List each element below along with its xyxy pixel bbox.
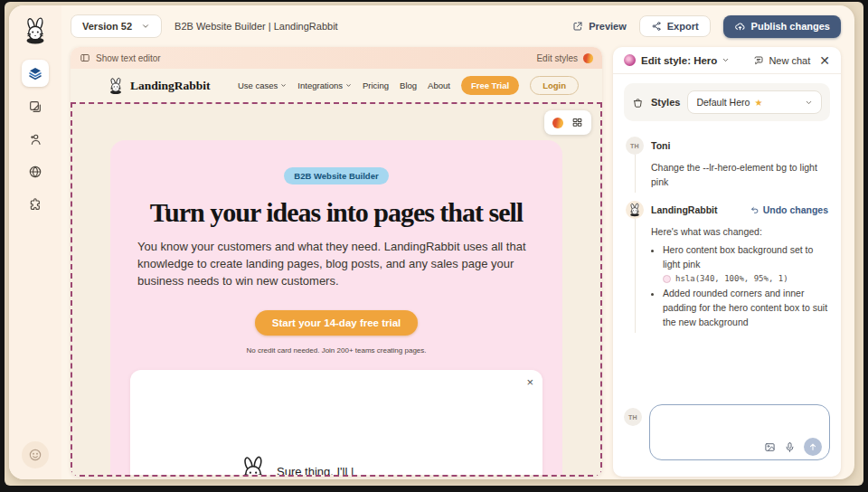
user-avatar: TH: [626, 137, 644, 155]
chevron-down-icon: [345, 82, 352, 89]
globe-icon: [28, 165, 42, 179]
hero-demo-card: × Sure thing, I'll |: [130, 370, 542, 477]
assistant-rabbit-icon: [627, 203, 642, 217]
canvas-toolbar: Show text editor Edit styles: [71, 47, 602, 69]
publish-changes-button[interactable]: Publish changes: [723, 15, 841, 38]
change-item: Added rounded corners and inner padding …: [663, 287, 828, 329]
export-label: Export: [667, 21, 699, 32]
share-icon: [651, 21, 662, 32]
element-style-icon[interactable]: [552, 118, 563, 128]
styles-label: Styles: [651, 97, 680, 108]
feedback-button[interactable]: [22, 441, 49, 468]
demo-typing-row: Sure thing, I'll |: [237, 455, 354, 477]
nav-link-blog[interactable]: Blog: [400, 80, 417, 90]
element-toolbar: [544, 110, 591, 135]
users-icon: [28, 132, 42, 147]
site-logo-rabbit-icon: [107, 77, 125, 95]
hero-badge: B2B Website Builder: [284, 167, 388, 184]
puzzle-icon: [28, 197, 42, 212]
nav-link-pricing[interactable]: Pricing: [363, 80, 389, 90]
topbar: Version 52 B2B Website Builder | Landing…: [71, 5, 841, 47]
version-label: Version 52: [82, 21, 132, 32]
publish-label: Publish changes: [751, 21, 830, 32]
assistant-name: LandingRabbit: [651, 204, 718, 215]
demo-typing-text: Sure thing, I'll |: [277, 465, 354, 478]
login-button[interactable]: Login: [530, 76, 579, 95]
cloud-upload-icon: [734, 21, 746, 33]
undo-changes-button[interactable]: Undo changes: [750, 204, 828, 215]
sidebar-item-integrations[interactable]: [23, 192, 48, 217]
preview-button[interactable]: Preview: [572, 21, 627, 32]
left-sidebar: [9, 5, 61, 479]
style-preset-dropdown[interactable]: Default Hero ★: [687, 90, 822, 114]
style-palette-icon: [624, 54, 636, 66]
undo-icon: [750, 205, 760, 214]
chevron-down-icon: [805, 99, 813, 107]
layers-icon: [28, 66, 42, 80]
color-code-line: hsla(340, 100%, 95%, 1): [663, 273, 828, 286]
hero-cta-button[interactable]: Start your 14-day free trial: [255, 310, 419, 336]
close-panel-icon[interactable]: ✕: [819, 54, 830, 67]
sidebar-item-pages[interactable]: [23, 94, 48, 119]
new-chat-button[interactable]: New chat: [753, 55, 810, 66]
assistant-message-header: LandingRabbit Undo changes: [626, 201, 828, 219]
arrow-up-icon: [808, 442, 817, 451]
smiley-icon: [28, 448, 42, 462]
nav-link-integrations[interactable]: Integrations: [297, 80, 352, 90]
chat-bubble-icon: [753, 55, 764, 66]
microphone-icon[interactable]: [784, 441, 796, 453]
hero-footnote: No credit card needed. Join 200+ teams c…: [246, 346, 426, 355]
split-panel-icon: [80, 52, 90, 63]
edit-styles-button[interactable]: Edit styles: [536, 53, 593, 63]
pages-icon: [28, 99, 42, 114]
change-item: Hero content box background set to light…: [663, 243, 828, 285]
site-brand-name: LandingRabbit: [130, 79, 211, 93]
hero-body-text: You know your customers and what they ne…: [137, 239, 535, 290]
app-logo-rabbit-icon: [21, 16, 50, 45]
assistant-avatar: [626, 201, 644, 219]
site-brand[interactable]: LandingRabbit: [107, 77, 211, 95]
app-window: Version 52 B2B Website Builder | Landing…: [9, 5, 854, 479]
show-text-editor-button[interactable]: Show text editor: [80, 52, 161, 63]
demo-close-icon[interactable]: ×: [526, 376, 533, 388]
document-title: B2B Website Builder | LandingRabbit: [175, 21, 338, 32]
hero-content-box: B2B Website Builder Turn your ideas into…: [110, 140, 562, 477]
preview-label: Preview: [589, 21, 627, 32]
send-button[interactable]: [804, 438, 822, 456]
show-text-editor-label: Show text editor: [96, 53, 161, 63]
export-button[interactable]: Export: [639, 15, 711, 37]
chevron-down-icon: [280, 82, 287, 89]
color-swatch: [663, 275, 671, 283]
main-area: Version 52 B2B Website Builder | Landing…: [61, 5, 854, 479]
chevron-down-icon: [722, 56, 730, 64]
styles-row: Styles Default Hero ★: [624, 83, 830, 121]
changes-list: Hero content box background set to light…: [663, 243, 828, 329]
nav-link-about[interactable]: About: [428, 80, 450, 90]
sidebar-item-users[interactable]: [23, 127, 48, 152]
assistant-message: Here's what was changed: Hero content bo…: [635, 219, 828, 333]
version-dropdown[interactable]: Version 52: [71, 14, 162, 38]
sidebar-item-domains[interactable]: [23, 159, 48, 184]
user-message: Change the --lr-hero-element bg to light…: [635, 155, 828, 193]
external-link-icon: [572, 21, 583, 32]
theme-color-icon: [583, 53, 593, 63]
edit-style-panel: Edit style: Hero New chat ✕: [613, 47, 841, 477]
free-trial-button[interactable]: Free Trial: [461, 76, 519, 95]
layout-grid-icon[interactable]: [571, 117, 583, 128]
chat-composer: TH: [613, 397, 841, 477]
demo-rabbit-icon: [237, 455, 269, 477]
hero-heading: Turn your ideas into pages that sell: [150, 197, 523, 228]
user-message-header: TH Toni: [626, 137, 828, 155]
nav-link-use-cases[interactable]: Use cases: [238, 80, 287, 90]
chevron-down-icon: [141, 22, 150, 31]
chat-history: TH Toni Change the --lr-hero-element bg …: [613, 125, 841, 397]
hero-section-selected[interactable]: B2B Website Builder Turn your ideas into…: [71, 102, 602, 477]
style-preset-value: Default Hero: [696, 97, 750, 108]
style-bucket-icon: [632, 97, 644, 109]
attach-image-icon[interactable]: [764, 441, 776, 453]
sidebar-item-layers[interactable]: [22, 60, 49, 87]
edit-styles-label: Edit styles: [536, 53, 578, 63]
color-code: hsla(340, 100%, 95%, 1): [675, 273, 788, 286]
edit-style-dropdown[interactable]: Edit style: Hero: [641, 55, 730, 66]
star-icon: ★: [754, 98, 762, 108]
